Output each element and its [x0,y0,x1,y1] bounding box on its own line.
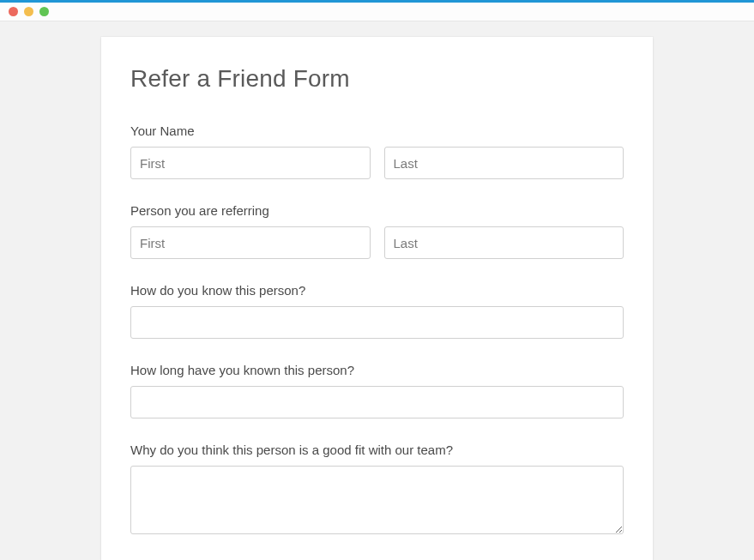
referring-last-input[interactable] [384,226,624,259]
how-long-input[interactable] [130,386,624,418]
your-name-group: Your Name [130,123,624,179]
your-name-label: Your Name [130,123,624,138]
referring-group: Person you are referring [130,203,624,259]
how-know-group: How do you know this person? [130,283,624,339]
how-know-label: How do you know this person? [130,283,624,298]
how-long-group: How long have you known this person? [130,363,624,418]
why-good-fit-group: Why do you think this person is a good f… [130,443,624,538]
how-know-input[interactable] [130,306,624,339]
window-frame: Refer a Friend Form Your Name Person you… [0,0,754,560]
maximize-icon[interactable] [39,7,49,16]
form-title: Refer a Friend Form [130,65,624,93]
page-background: Refer a Friend Form Your Name Person you… [0,21,754,560]
why-good-fit-label: Why do you think this person is a good f… [130,443,624,457]
titlebar [0,3,754,21]
why-good-fit-textarea[interactable] [130,466,624,534]
minimize-icon[interactable] [24,7,33,16]
your-name-last-input[interactable] [384,147,624,179]
your-name-first-input[interactable] [130,147,371,179]
referring-label: Person you are referring [130,203,624,218]
close-icon[interactable] [9,7,18,16]
referring-first-input[interactable] [130,226,371,259]
how-long-label: How long have you known this person? [130,363,624,377]
form-card: Refer a Friend Form Your Name Person you… [101,37,653,560]
